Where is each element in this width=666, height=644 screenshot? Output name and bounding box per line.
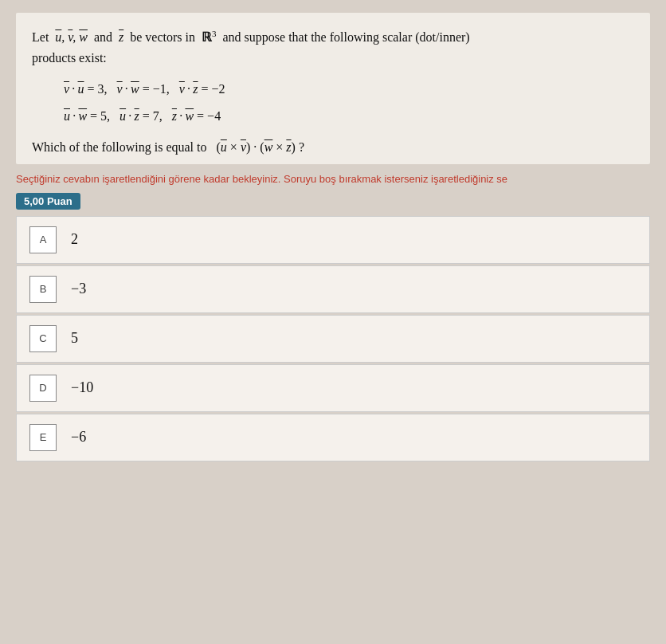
option-label-c: C [29,325,57,352]
option-e[interactable]: E −6 [16,414,650,461]
equations: v · u = 3, v · w = −1, v · z = −2 u · w … [64,77,634,129]
option-label-a: A [29,226,57,253]
option-b[interactable]: B −3 [16,265,650,313]
answer-options-list: A 2 B −3 C 5 D −10 E −6 [16,216,650,461]
question-block: Let u, v, w and z be vectors in ℝ3 and s… [16,13,650,164]
option-value-d: −10 [71,379,93,396]
which-question: Which of the following is equal to (u × … [32,140,634,155]
option-label-b: B [29,276,57,303]
points-badge: 5,00 Puan [16,193,80,210]
instruction-text: Seçtiğiniz cevabın işaretlendiğini gören… [16,172,650,187]
option-a[interactable]: A 2 [16,216,650,264]
option-c[interactable]: C 5 [16,315,650,363]
option-label-d: D [29,375,57,402]
option-value-c: 5 [71,330,78,347]
option-value-b: −3 [71,281,86,297]
equation-line-2: u · w = 5, u · z = 7, z · w = −4 [64,104,634,129]
option-d[interactable]: D −10 [16,364,650,412]
and-word: and [94,30,112,44]
equation-line-1: v · u = 3, v · w = −1, v · z = −2 [64,77,634,102]
question-intro: Let u, v, w and z be vectors in ℝ3 and s… [32,27,634,69]
option-label-e: E [29,424,57,451]
option-value-a: 2 [71,231,78,248]
option-value-e: −6 [71,429,86,446]
